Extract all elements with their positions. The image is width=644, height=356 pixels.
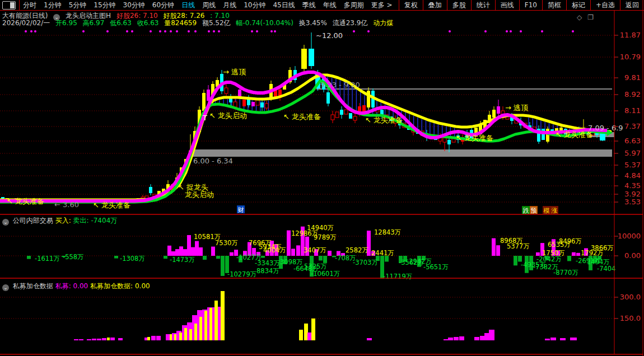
chevron-circle-icon[interactable]: ⌄ xyxy=(2,219,9,226)
insider-trade-label: -558万 xyxy=(63,253,84,261)
signal-dot xyxy=(449,30,451,32)
insider-trade-bar xyxy=(164,256,167,259)
fund-position-bar xyxy=(307,332,311,340)
insider-trade-label: -11719万 xyxy=(383,273,412,280)
insider-trade-bar xyxy=(199,247,203,256)
fund-position-bar xyxy=(184,328,187,340)
candlestick xyxy=(497,106,500,114)
signal-dot xyxy=(218,30,220,32)
signal-dot xyxy=(572,30,574,32)
fund-position-bar xyxy=(102,338,106,340)
insider-trade-label: 1750万 xyxy=(542,249,565,257)
panel-icon[interactable]: ❐ xyxy=(587,13,599,21)
panel2-title[interactable]: 公司内部交易 xyxy=(13,217,53,224)
panel3-k1-label: 私募: xyxy=(55,282,71,290)
chart-canvas[interactable]: 11.8710.799.818.928.117.376.635.975.374.… xyxy=(0,0,644,356)
chart-header-icons: ◇❐ xyxy=(577,13,599,21)
insider-trade-label: -1308万 xyxy=(120,255,145,263)
badge-text: 财 xyxy=(238,207,244,214)
signal-dot xyxy=(506,30,508,32)
signal-dot xyxy=(520,30,522,32)
signal-dot xyxy=(82,30,85,32)
fund-position-bar xyxy=(454,337,459,340)
insider-trade-label: 2582万 xyxy=(346,246,368,254)
candlestick xyxy=(349,113,352,119)
fund-position-bar xyxy=(367,338,372,340)
panel3-title[interactable]: 私募加仓数据 xyxy=(13,282,53,290)
fund-position-bar xyxy=(299,330,303,340)
candlestick xyxy=(301,49,307,69)
insider-trade-bar xyxy=(183,249,187,256)
insider-trade-bar xyxy=(195,241,199,256)
insider-trade-bar xyxy=(216,256,220,259)
fund-position-bar xyxy=(480,336,485,340)
signal-dot xyxy=(510,30,512,32)
fund-position-bar xyxy=(204,311,207,340)
insider-trade-label: 4004万 xyxy=(263,246,286,254)
price-axis-label: 4.84 xyxy=(624,171,641,180)
fund-position-bar xyxy=(199,317,202,340)
insider-trade-label: 8496万 xyxy=(559,237,582,245)
insider-trade-label: -3343万 xyxy=(255,259,280,267)
insider-trade-label: 5325万 xyxy=(304,263,327,270)
panel2-buy-label: 买入: xyxy=(55,217,71,224)
badge-text: 模 xyxy=(544,207,550,214)
chart-annotation: ↖ 龙头准备 xyxy=(283,113,321,121)
trading-app-window: 分时1分钟5分钟15分钟30分钟60分钟日线周线月线10分钟45日线季线年线多周… xyxy=(0,0,644,356)
fund-position-bar xyxy=(474,337,479,340)
insider-trade-bar xyxy=(296,245,300,256)
fund-position-bar xyxy=(107,338,110,340)
candlestick xyxy=(326,92,330,104)
chart-annotation: 9.23 - 9.20 xyxy=(320,81,360,89)
candlestick xyxy=(265,104,268,108)
insider-trade-bar xyxy=(191,247,195,256)
quote-open: 开6.95 xyxy=(55,19,77,27)
signal-dot xyxy=(194,30,197,32)
signal-dot xyxy=(164,30,166,32)
chart-annotation: 6.00 - 6.34 xyxy=(193,157,233,165)
quote-volume: 量824659 xyxy=(164,19,197,27)
quote-low: 低6.63 xyxy=(110,19,132,27)
chart-annotation: 龙头启动 xyxy=(185,190,214,199)
insider-trade-bar xyxy=(211,247,215,256)
badge-text: 预 xyxy=(531,207,537,214)
insider-trade-label: 5377万 xyxy=(507,242,530,250)
fund-position-bar xyxy=(179,332,182,340)
insider-trade-bar xyxy=(230,252,234,256)
chart-annotation: ↖ 龙头准备 xyxy=(7,197,44,205)
candlestick xyxy=(234,102,237,107)
panel2-sell-label: 卖出: xyxy=(73,217,89,224)
chart-annotation: ↖ 龙头准备 xyxy=(93,201,130,209)
signal-dot xyxy=(367,30,370,32)
price-axis-label: 8.11 xyxy=(624,106,641,115)
candlestick xyxy=(344,110,348,114)
candlestick xyxy=(149,187,152,193)
insider-trade-label: 2441万 xyxy=(371,249,394,257)
fund-position-bar xyxy=(304,324,308,340)
insider-trade-bar xyxy=(319,256,323,260)
panel2-header: ⌄ 公司内部交易 买入: 卖出: -7404万 xyxy=(2,216,117,226)
signal-dot xyxy=(251,30,253,32)
signal-dot xyxy=(270,30,273,32)
chart-annotation: ↖ 龙头准备 xyxy=(456,134,493,142)
ma-line-magenta xyxy=(0,72,606,201)
insider-trade-bar xyxy=(576,253,580,256)
chart-annotation: → 逃顶 xyxy=(505,104,529,112)
diamond-icon[interactable]: ◇ xyxy=(577,13,587,21)
insider-trade-label: -7404 xyxy=(597,265,615,273)
fund-position-bar xyxy=(560,338,566,340)
candlestick xyxy=(335,112,339,118)
fund-position-bar xyxy=(545,339,550,340)
chevron-circle-icon[interactable]: ⌄ xyxy=(2,284,9,291)
insider-trade-bar xyxy=(114,256,118,259)
panel2-axis-label: 10000 xyxy=(618,232,641,240)
chart-annotation: ← 3.60 xyxy=(54,200,79,209)
insider-trade-bar xyxy=(187,235,191,256)
panel3-axis-label: 300.0 xyxy=(620,293,641,301)
candlestick xyxy=(353,116,357,120)
fund-position-bar xyxy=(214,301,218,340)
candlestick xyxy=(260,102,264,107)
insider-trade-label: 12843万 xyxy=(374,228,401,236)
price-axis-label: 8.92 xyxy=(624,90,641,99)
fund-position-bar xyxy=(459,336,464,340)
